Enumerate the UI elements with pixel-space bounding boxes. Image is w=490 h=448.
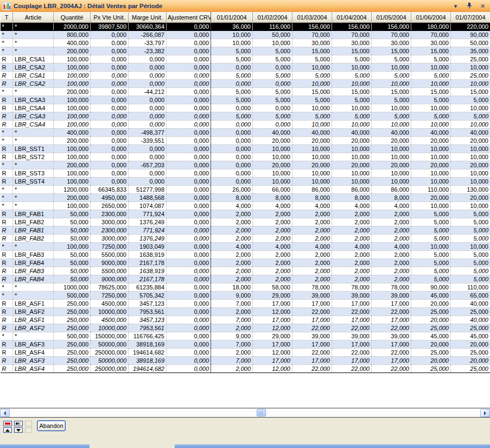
cell-value[interactable]: 0,000 [167, 88, 211, 96]
column-header[interactable]: Quantité [54, 12, 91, 23]
cell-type[interactable]: * [1, 47, 13, 55]
cell-value[interactable]: 100,000 [54, 202, 91, 210]
cell-value[interactable]: 10,000 [372, 178, 411, 186]
cell-value[interactable]: 15,000 [292, 47, 332, 55]
cell-value[interactable]: 0,000 [253, 121, 292, 129]
cell-value[interactable]: 1638,919 [129, 251, 167, 259]
cell-value[interactable]: 20,000 [253, 161, 292, 169]
cell-value[interactable]: 5,000 [292, 72, 332, 80]
table-row[interactable]: RLBR_CSA4100,0000,0000,0000,0000,0000,00… [1, 104, 490, 112]
cell-value[interactable]: 10,000 [253, 178, 292, 186]
cell-value[interactable]: 10,000 [451, 121, 490, 129]
cell-value[interactable]: 10,000 [292, 104, 332, 112]
table-row[interactable]: **1000,00078625,00061235,8840,00018,0005… [1, 283, 490, 292]
cell-value[interactable]: 50,000 [54, 226, 91, 235]
cell-value[interactable]: 0,000 [211, 137, 253, 145]
table-row[interactable]: RLBR_ASF4250,000250000,000194614,6820,00… [1, 349, 490, 357]
cell-value[interactable]: 2,000 [211, 251, 253, 259]
cell-value[interactable]: 9000,000 [91, 275, 129, 283]
cell-article[interactable]: * [13, 243, 54, 251]
cell-value[interactable]: 22,000 [332, 324, 372, 332]
cell-value[interactable]: 25,000 [411, 308, 451, 316]
cell-value[interactable]: 1903,049 [129, 243, 167, 251]
cell-value[interactable]: 7250,000 [91, 292, 129, 300]
cell-article[interactable]: LBR_CSA1 [13, 55, 54, 64]
cell-type[interactable]: R [1, 80, 13, 88]
table-row[interactable]: RLBR_FAB450,0009000,0002167,1780,0002,00… [1, 275, 490, 283]
cell-value[interactable]: -498,377 [129, 129, 167, 137]
cell-value[interactable]: 2,000 [211, 365, 253, 373]
cell-value[interactable]: 0,000 [167, 129, 211, 137]
cell-value[interactable]: 2,000 [372, 235, 411, 243]
column-header[interactable]: 01/04/2004 [332, 12, 372, 23]
cell-value[interactable]: 10,000 [253, 169, 292, 178]
cell-type[interactable]: R [1, 300, 13, 308]
cell-value[interactable]: 4500,000 [91, 316, 129, 324]
cell-value[interactable]: 1376,249 [129, 235, 167, 243]
cell-value[interactable]: 10,000 [253, 39, 292, 47]
cell-value[interactable]: 0,000 [211, 121, 253, 129]
cell-value[interactable]: 9000,000 [91, 259, 129, 267]
cell-value[interactable]: 78,000 [372, 283, 411, 292]
cell-value[interactable]: 86,000 [372, 186, 411, 194]
cell-article[interactable]: * [13, 31, 54, 39]
cell-value[interactable]: 40,000 [253, 129, 292, 137]
cell-value[interactable]: 100,000 [54, 55, 91, 64]
cell-value[interactable]: 40,000 [292, 129, 332, 137]
cell-value[interactable]: 0,000 [91, 39, 129, 47]
cell-value[interactable]: 500,000 [54, 332, 91, 340]
cell-value[interactable]: 29,000 [253, 332, 292, 340]
cell-value[interactable]: 0,000 [91, 178, 129, 186]
cell-article[interactable]: * [13, 202, 54, 210]
cell-value[interactable]: 0,000 [167, 316, 211, 324]
table-row[interactable]: **400,0000,000-498,3770,0000,00040,00040… [1, 129, 490, 137]
table-row[interactable]: **200,0000,000-23,3820,0005,0005,00015,0… [1, 47, 490, 55]
cell-value[interactable]: 0,000 [129, 55, 167, 64]
cell-value[interactable]: 100,000 [54, 121, 91, 129]
cell-type[interactable]: * [1, 202, 13, 210]
cell-value[interactable]: 156,000 [332, 23, 372, 31]
table-row[interactable]: RLBR_FAB150,0002300,000771,9240,0002,000… [1, 210, 490, 218]
cell-type[interactable]: * [1, 243, 13, 251]
cell-value[interactable]: 0,000 [211, 104, 253, 112]
cell-value[interactable]: 250,000 [54, 308, 91, 316]
cell-value[interactable]: 17,000 [292, 316, 332, 324]
cell-value[interactable]: 0,000 [91, 121, 129, 129]
cell-value[interactable]: 5,000 [211, 112, 253, 121]
cell-value[interactable]: 15,000 [372, 47, 411, 55]
nav-up-button[interactable] [3, 427, 12, 433]
cell-value[interactable]: 40,000 [372, 129, 411, 137]
cell-value[interactable]: 2,000 [253, 275, 292, 283]
cell-article[interactable]: * [13, 194, 54, 202]
cell-value[interactable]: 0,000 [129, 96, 167, 104]
cell-value[interactable]: 8,000 [292, 194, 332, 202]
cell-value[interactable]: 10,000 [292, 145, 332, 153]
cell-value[interactable]: 3000,000 [91, 218, 129, 226]
cell-value[interactable]: 0,000 [167, 267, 211, 275]
cell-value[interactable]: 2,000 [332, 210, 372, 218]
cell-value[interactable]: 20,000 [292, 137, 332, 145]
table-row[interactable]: RLBR_CSA2100,0000,0000,0000,0000,0000,00… [1, 64, 490, 72]
cell-value[interactable]: 50,000 [451, 39, 490, 47]
cell-value[interactable]: 17,000 [332, 316, 372, 324]
cell-value[interactable]: 50,000 [253, 31, 292, 39]
cell-value[interactable]: 4,000 [372, 202, 411, 210]
cell-value[interactable]: 5705,342 [129, 292, 167, 300]
cell-article[interactable]: LBR_FAB2 [13, 218, 54, 226]
cell-value[interactable]: 9,000 [211, 292, 253, 300]
cell-value[interactable]: 2,000 [253, 235, 292, 243]
cell-value[interactable]: 250,000 [54, 316, 91, 324]
cell-value[interactable]: 10000,000 [91, 308, 129, 316]
table-row[interactable]: **400,0000,000-33,7970,00010,00010,00030… [1, 39, 490, 47]
cell-value[interactable]: 20,000 [253, 137, 292, 145]
table-row[interactable]: RLBR_FAB250,0003000,0001376,2490,0002,00… [1, 235, 490, 243]
cell-value[interactable]: 10,000 [451, 153, 490, 161]
cell-value[interactable]: 5,000 [411, 96, 451, 104]
cell-value[interactable]: 7,000 [211, 340, 253, 349]
cell-value[interactable]: 200,000 [54, 161, 91, 169]
cell-type[interactable]: * [1, 137, 13, 145]
column-header[interactable]: 01/07/2004 [451, 12, 490, 23]
cell-value[interactable]: 2,000 [211, 259, 253, 267]
cell-value[interactable]: 38918,169 [129, 357, 167, 365]
cell-value[interactable]: 40,000 [411, 129, 451, 137]
